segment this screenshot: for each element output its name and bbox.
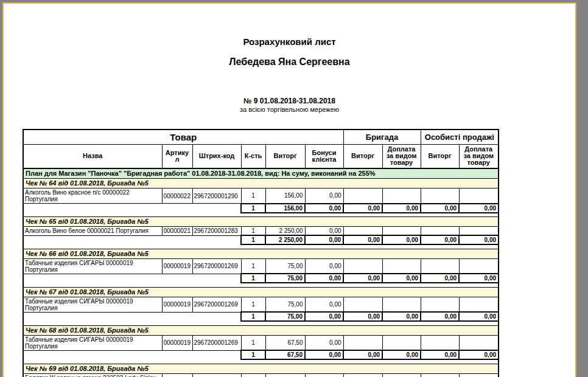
- col-header-brigade-revenue: Виторг: [343, 144, 382, 168]
- item-brigade-surcharge: [382, 373, 421, 377]
- check-header-row: Чек № 65 від 01.08.2018, Бригада №5: [23, 217, 499, 227]
- item-qty: 1: [241, 373, 265, 377]
- employee-name: Лебедева Яна Сергеевна: [4, 57, 575, 67]
- total-revenue: 75,00: [265, 274, 305, 283]
- spacer-cell: [23, 359, 499, 364]
- item-revenue: 156,00: [265, 188, 305, 204]
- spacer-row: [23, 321, 499, 325]
- total-row: 1156,000,000,000,000,000,00: [23, 204, 499, 213]
- col-header-barcode: Штрих-код: [192, 144, 241, 168]
- item-personal-surcharge: [459, 335, 499, 350]
- item-personal-revenue: [421, 227, 459, 236]
- group-header-product: Товар: [23, 130, 343, 144]
- spacer-cell: [23, 283, 499, 287]
- item-brigade-revenue: [343, 258, 382, 274]
- item-personal-surcharge: [459, 373, 499, 377]
- item-personal-surcharge: [459, 258, 499, 274]
- item-article: 00000021: [162, 227, 192, 236]
- col-header-personal-revenue: Виторг: [421, 144, 459, 168]
- item-personal-revenue: [421, 188, 459, 204]
- item-name: Алкоголь Вино белое 00000021 Португалия: [23, 227, 162, 236]
- total-personal-surcharge: 0,00: [459, 350, 499, 359]
- item-qty: 1: [241, 335, 265, 350]
- plan-row: План для Магазин "Паночка" "Бригадная ра…: [23, 168, 499, 179]
- item-barcode: 2967200001283: [192, 227, 241, 236]
- total-brigade-revenue: 0,00: [343, 350, 382, 359]
- total-blank-cell: [23, 204, 241, 213]
- spacer-cell: [23, 244, 499, 249]
- item-revenue: 75,00: [265, 297, 305, 312]
- total-client-bonus: 0,00: [305, 350, 343, 359]
- check-header-label: Чек № 66 від 01.08.2018, Бригада №5: [23, 249, 499, 258]
- check-header-row: Чек № 69 від 01.08.2018, Бригада №5: [23, 364, 499, 373]
- item-name: Алкоголь Вино красное п/с 00000022 Порту…: [23, 188, 162, 204]
- col-header-qty: К-сть: [241, 144, 265, 168]
- report-table-body: План для Магазин "Паночка" "Бригадная ра…: [23, 168, 499, 377]
- check-header-label: Чек № 68 від 01.08.2018, Бригада №5: [23, 325, 499, 335]
- check-header-row: Чек № 64 від 01.08.2018, Бригада №5: [23, 179, 499, 188]
- item-qty: 1: [241, 188, 265, 204]
- item-article: 230592: [162, 373, 192, 377]
- total-brigade-surcharge: 0,00: [382, 204, 421, 213]
- item-barcode: 2967200000572: [192, 373, 241, 377]
- spacer-row: [23, 359, 499, 364]
- item-brigade-revenue: [343, 297, 382, 312]
- item-brigade-revenue: [343, 188, 382, 204]
- total-blank-cell: [23, 235, 241, 244]
- total-personal-surcharge: 0,00: [459, 235, 499, 244]
- total-blank-cell: [23, 350, 241, 359]
- col-header-personal-surcharge: Доплата за видом товару: [459, 144, 499, 168]
- report-number: № 9 01.08.2018-31.08.2018: [4, 97, 575, 105]
- item-brigade-revenue: [343, 373, 382, 377]
- item-article: 00000022: [162, 188, 192, 204]
- report-table: Товар Бригада Особисті продажі Назва Арт…: [23, 129, 499, 377]
- item-client-bonus: 0,00: [305, 373, 343, 377]
- total-brigade-revenue: 0,00: [343, 312, 382, 321]
- item-revenue: 75,00: [265, 258, 305, 274]
- spacer-row: [23, 244, 499, 249]
- item-row: Табачные изделия СИГАРЫ 00000019 Португа…: [23, 258, 499, 274]
- total-client-bonus: 0,00: [305, 312, 343, 321]
- item-row: Алкоголь Вино красное п/с 00000022 Порту…: [23, 188, 499, 204]
- item-qty: 1: [241, 258, 265, 274]
- total-blank-cell: [23, 312, 241, 321]
- item-row: Табачные изделия СИГАРЫ 00000019 Португа…: [23, 335, 499, 350]
- item-article: 00000019: [162, 297, 192, 312]
- item-brigade-revenue: [343, 227, 382, 236]
- item-personal-revenue: [421, 335, 459, 350]
- total-revenue: 2 250,00: [265, 235, 305, 244]
- total-brigade-revenue: 0,00: [343, 235, 382, 244]
- item-barcode: 2967200001269: [192, 297, 241, 312]
- item-name: Балетки Ж зеленые замша 230592 Lady Sisl…: [23, 373, 162, 377]
- total-personal-surcharge: 0,00: [459, 274, 499, 283]
- total-personal-surcharge: 0,00: [459, 312, 499, 321]
- total-personal-revenue: 0,00: [421, 274, 459, 283]
- item-personal-surcharge: [459, 188, 499, 204]
- report-scope: за всією торгівельною мережею: [4, 106, 575, 113]
- total-qty: 1: [241, 204, 265, 213]
- item-article: 00000019: [162, 258, 192, 274]
- total-personal-revenue: 0,00: [421, 350, 459, 359]
- item-qty: 1: [241, 297, 265, 312]
- window-frame-left: [0, 0, 2, 377]
- group-header-row: Товар Бригада Особисті продажі: [23, 130, 499, 144]
- col-header-revenue: Виторг: [265, 144, 305, 168]
- item-revenue: 2 250,00: [265, 227, 305, 236]
- item-brigade-surcharge: [382, 335, 421, 350]
- total-client-bonus: 0,00: [305, 204, 343, 213]
- report-page: Розрахунковий лист Лебедева Яна Сергеевн…: [4, 4, 575, 377]
- item-client-bonus: 0,00: [305, 297, 343, 312]
- total-revenue: 75,00: [265, 312, 305, 321]
- item-article: 00000019: [162, 335, 192, 350]
- total-row: 12 250,000,000,000,000,000,00: [23, 235, 499, 244]
- total-brigade-revenue: 0,00: [343, 274, 382, 283]
- item-brigade-surcharge: [382, 188, 421, 204]
- col-header-brigade-surcharge: Доплата за видом товару: [382, 144, 421, 168]
- item-revenue: 13 000,00: [265, 373, 305, 377]
- window-frame-right: [576, 0, 588, 377]
- group-header-personal: Особисті продажі: [421, 130, 499, 144]
- spacer-row: [23, 283, 499, 287]
- item-personal-surcharge: [459, 227, 499, 236]
- item-row: Табачные изделия СИГАРЫ 00000019 Португа…: [23, 297, 499, 312]
- item-client-bonus: 0,00: [305, 227, 343, 236]
